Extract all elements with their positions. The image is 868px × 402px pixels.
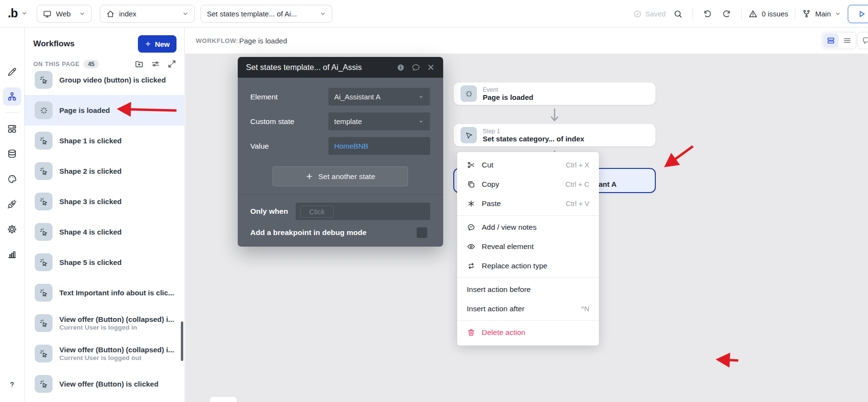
components-icon [7,124,17,134]
issues-indicator[interactable]: 0 issues [748,9,788,18]
menu-item-cut[interactable]: Cut Ctrl + X [457,155,599,175]
page-selector-label: index [119,10,178,18]
close-icon[interactable] [427,63,435,71]
modal-title: Set states template... of Ai_Assis [246,63,392,72]
workflow-list-item[interactable]: View offer (Button) is clicked [25,369,184,399]
palette-icon [7,174,17,184]
workflow-list-item[interactable]: Shape 4 is clicked [25,217,184,247]
rail-item-help[interactable] [3,375,21,394]
branch-label: Main [815,10,831,18]
rail-item-settings[interactable] [3,220,21,238]
bubble-logo-menu[interactable]: .b [8,6,27,20]
redo-icon [722,9,732,19]
sitemap-icon [7,91,17,102]
workflow-list-item[interactable]: Text Important info about is clic... [25,277,184,308]
paste-asterisk-icon [467,199,475,208]
value-label: Value [250,142,328,151]
workflow-list-item-selected[interactable]: Page is loaded [25,95,184,125]
preview-run-button[interactable] [848,5,868,23]
trash-icon [467,328,475,337]
platform-selector[interactable]: Web [37,5,92,23]
value-expression-field[interactable]: HomeBNB [328,137,430,155]
swap-arrows-icon [467,262,475,270]
chevron-down-icon [79,11,85,17]
workflow-list-item[interactable]: Shape 2 is clicked [25,156,184,186]
chevron-down-icon [418,94,424,100]
help-icon [7,379,17,390]
menu-item-copy[interactable]: Copy Ctrl + C [457,175,599,194]
canvas-extra-button[interactable] [857,32,868,49]
menu-item-replace-action-type[interactable]: Replace action type [457,256,599,276]
info-button[interactable] [396,63,405,72]
element-dropdown[interactable]: Ai_Assistant A [328,88,430,106]
view-mode-cards-button[interactable] [823,33,839,48]
rail-item-styles[interactable] [3,170,21,188]
note-icon [862,36,868,45]
branch-selector[interactable]: Main [802,9,841,18]
rail-item-design[interactable] [3,63,21,81]
rail-item-logs[interactable] [3,245,21,263]
play-icon [857,9,867,19]
workflow-selector[interactable]: Set states template... of Ai... [201,5,332,23]
action-editor-modal: Set states template... of Ai_Assis Eleme… [238,57,443,247]
canvas-bottom-control[interactable] [209,396,237,402]
workflows-scrollbar[interactable] [181,321,183,361]
workflow-list-item[interactable]: Shape 1 is clicked [25,125,184,156]
only-when-placeholder[interactable]: Click [300,206,334,218]
git-branch-icon [802,9,811,18]
rail-item-workflows[interactable] [3,87,21,106]
canvas-header: WORKFLOW: Page is loaded [185,28,868,54]
undo-button[interactable] [700,6,715,22]
bar-chart-icon [7,249,17,260]
saved-status: Saved [633,10,666,18]
chevron-down-icon [21,10,27,16]
step1-node[interactable]: Step 1 Set states category... of index [453,124,656,147]
toolbar-divider [795,7,795,21]
rail-item-reusables[interactable] [3,120,21,138]
custom-state-value: template [334,117,362,125]
menu-item-insert-action-after[interactable]: Insert action after ^N [457,299,599,319]
workflow-list-item[interactable]: View offer (Button) (collapsed) i... Cur… [25,308,184,338]
left-icon-rail [0,28,25,402]
eye-icon [467,242,475,251]
redo-button[interactable] [719,6,734,22]
click-event-icon [35,345,53,362]
toolbar-divider [741,7,742,21]
menu-item-label: Replace action type [482,262,547,270]
event-node[interactable]: Event Page is loaded [453,82,656,105]
page-selector[interactable]: index [100,5,195,23]
undo-icon [703,9,712,19]
search-button[interactable] [670,6,686,22]
custom-state-label: Custom state [250,117,328,126]
new-workflow-button[interactable]: New [138,35,176,53]
list-icon [843,36,852,45]
menu-item-add-notes[interactable]: Add / view notes [457,218,599,237]
rail-item-plugins[interactable] [3,195,21,213]
workflow-item-label: Text Important info about is clic... [59,289,174,297]
workflow-list-item[interactable]: View offer (Button) (collapsed) i... Cur… [25,338,184,369]
menu-item-paste[interactable]: Paste Ctrl + V [457,194,599,213]
workflow-list-item[interactable]: Shape 3 is clicked [25,186,184,217]
workflow-item-label: Page is loaded [59,106,110,114]
custom-state-dropdown[interactable]: template [328,112,430,130]
modal-divider [238,194,443,195]
menu-item-label: Insert action after [467,305,525,313]
only-when-input[interactable]: Click [296,203,430,220]
menu-shortcut: Ctrl + V [566,200,589,208]
stacked-rows-icon [827,36,835,45]
workflow-list-item[interactable]: Group video (button) is clicked [25,65,184,95]
set-another-state-button[interactable]: Set another state [272,166,408,186]
menu-item-delete-action[interactable]: Delete action [457,323,599,342]
click-event-icon [35,223,53,241]
menu-item-insert-action-before[interactable]: Insert action before [457,280,599,299]
menu-item-reveal-element[interactable]: Reveal element [457,237,599,256]
comment-button[interactable] [411,63,420,72]
menu-divider [457,320,599,321]
workflow-list-item[interactable]: Shape 5 is clicked [25,247,184,277]
rail-item-data[interactable] [3,145,21,163]
view-mode-list-button[interactable] [840,33,855,48]
click-event-icon [35,253,53,271]
breakpoint-checkbox[interactable] [417,227,427,238]
modal-header[interactable]: Set states template... of Ai_Assis [238,57,443,78]
workflow-item-label: Shape 3 is clicked [59,197,122,206]
